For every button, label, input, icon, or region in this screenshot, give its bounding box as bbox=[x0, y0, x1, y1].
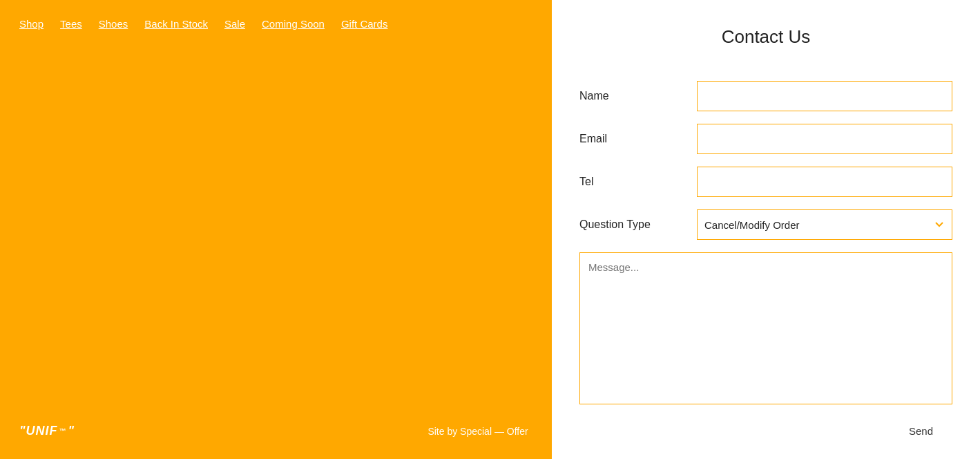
nav-sale[interactable]: Sale bbox=[224, 18, 245, 30]
nav-gift-cards[interactable]: Gift Cards bbox=[341, 18, 388, 30]
svg-point-2 bbox=[919, 19, 925, 24]
send-button[interactable]: Send bbox=[881, 415, 961, 447]
tel-input[interactable] bbox=[697, 167, 952, 197]
logo-tm: ™ bbox=[59, 427, 67, 435]
question-type-select[interactable]: Cancel/Modify Order General Inquiry Ship… bbox=[697, 209, 952, 240]
nav-shop[interactable]: Shop bbox=[19, 18, 44, 30]
tel-label: Tel bbox=[579, 176, 697, 188]
logo-text: "UNIF bbox=[19, 424, 58, 438]
nav-tees[interactable]: Tees bbox=[60, 18, 82, 30]
email-label: Email bbox=[579, 133, 697, 145]
nav-back-in-stock[interactable]: Back In Stock bbox=[144, 18, 208, 30]
message-textarea[interactable] bbox=[579, 252, 952, 404]
name-label: Name bbox=[579, 90, 697, 102]
question-type-label: Question Type bbox=[579, 218, 697, 231]
question-type-row: Question Type Cancel/Modify Order Genera… bbox=[579, 209, 952, 240]
nav-shoes[interactable]: Shoes bbox=[99, 18, 128, 30]
svg-line-1 bbox=[901, 26, 905, 30]
footer-credit: Site by Special — Offer bbox=[427, 426, 528, 437]
contact-panel: Contact Us Name Email Tel Question Type … bbox=[552, 0, 980, 459]
footer: "UNIF™" Site by Special — Offer Send bbox=[0, 403, 980, 459]
nav-coming-soon[interactable]: Coming Soon bbox=[262, 18, 325, 30]
email-input[interactable] bbox=[697, 124, 952, 154]
main-nav: Shop Tees Shoes Back In Stock Sale Comin… bbox=[19, 18, 387, 30]
header: Shop Tees Shoes Back In Stock Sale Comin… bbox=[0, 0, 980, 35]
header-icons: ♥ 0 bbox=[874, 12, 961, 35]
search-icon[interactable] bbox=[892, 17, 905, 30]
name-input[interactable] bbox=[697, 81, 952, 111]
cart-icon[interactable]: 0 bbox=[939, 12, 961, 35]
name-row: Name bbox=[579, 81, 952, 111]
account-icon[interactable] bbox=[915, 17, 929, 30]
brand-logo: "UNIF™" bbox=[19, 424, 75, 438]
tel-row: Tel bbox=[579, 167, 952, 197]
logo-quote: " bbox=[68, 424, 75, 438]
left-decorative-area bbox=[0, 41, 552, 418]
email-row: Email bbox=[579, 124, 952, 154]
wishlist-icon[interactable]: ♥ bbox=[874, 16, 882, 32]
message-row bbox=[579, 252, 952, 404]
